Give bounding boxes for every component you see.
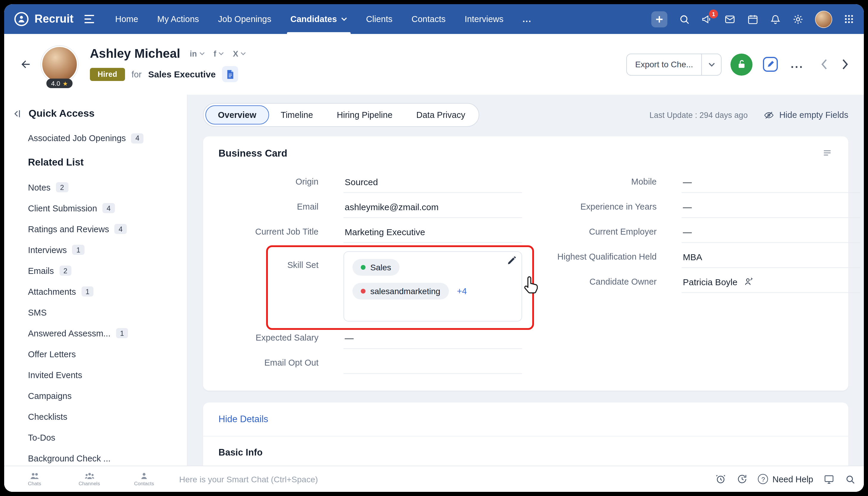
sidebar-item-checklists[interactable]: Checklists xyxy=(4,406,187,427)
gear-icon[interactable] xyxy=(792,13,804,25)
sidebar-item-notes[interactable]: Notes2 xyxy=(4,177,187,198)
export-button[interactable]: Export to Che... xyxy=(626,53,722,75)
skill-chip[interactable]: salesandmarketing xyxy=(352,283,448,299)
field-value[interactable]: — xyxy=(682,198,860,218)
sidebar-item-sms[interactable]: SMS xyxy=(4,302,187,323)
business-card-right-column: Mobile — Experience in Years — Current E… xyxy=(543,173,860,379)
more-actions-icon[interactable]: ... xyxy=(788,58,806,71)
field-value[interactable]: — xyxy=(682,173,860,193)
field-value[interactable]: MBA xyxy=(682,248,860,268)
field-value[interactable]: — xyxy=(682,223,860,243)
skill-dot xyxy=(361,265,365,270)
skill-set-editor[interactable]: Sales salesandmarketing +4 xyxy=(344,251,522,322)
back-arrow-icon[interactable] xyxy=(20,58,33,70)
top-navbar: Recruit Home My Actions Job Openings Can… xyxy=(4,4,864,34)
chats-button[interactable]: Chats xyxy=(17,472,52,486)
status-badge[interactable]: Hired xyxy=(90,67,125,81)
sidebar-item-ratings-reviews[interactable]: Ratings and Reviews4 xyxy=(4,218,187,239)
hamburger-menu-icon[interactable] xyxy=(84,15,95,23)
count-badge: 4 xyxy=(102,203,115,213)
need-help-button[interactable]: ? Need Help xyxy=(758,474,813,484)
linkedin-icon[interactable]: in xyxy=(190,49,205,58)
add-new-button[interactable] xyxy=(651,11,667,27)
nav-item-home[interactable]: Home xyxy=(106,4,148,34)
hide-details-link[interactable]: Hide Details xyxy=(203,403,848,436)
calendar-icon[interactable] xyxy=(747,13,758,25)
user-avatar[interactable] xyxy=(815,11,832,28)
sidebar-item-emails[interactable]: Emails2 xyxy=(4,260,187,281)
sidebar-item-answered-assessments[interactable]: Answered Assessm...1 xyxy=(4,323,187,344)
skill-chip[interactable]: Sales xyxy=(352,259,399,276)
field-value[interactable]: Sourced xyxy=(344,173,522,193)
organize-fields-icon[interactable] xyxy=(822,148,833,158)
count-badge: 1 xyxy=(72,245,84,255)
bell-icon[interactable] xyxy=(770,13,781,25)
smart-chat-input[interactable]: Here is your Smart Chat (Ctrl+Space) xyxy=(179,474,715,484)
nav-items: Home My Actions Job Openings Candidates … xyxy=(106,4,541,34)
export-dropdown-icon[interactable] xyxy=(701,54,721,75)
mail-icon[interactable] xyxy=(724,13,736,25)
nav-item-job-openings[interactable]: Job Openings xyxy=(209,4,281,34)
sidebar-item-client-submission[interactable]: Client Submission4 xyxy=(4,198,187,218)
next-record-icon[interactable] xyxy=(842,59,848,70)
sidebar-item-to-dos[interactable]: To-Dos xyxy=(4,427,187,448)
previous-record-icon[interactable] xyxy=(821,59,827,70)
navbar-actions: 1 xyxy=(651,11,854,28)
for-text: for xyxy=(131,69,142,79)
facebook-icon[interactable]: f xyxy=(214,49,224,58)
announcements-icon[interactable]: 1 xyxy=(701,13,713,25)
screen-share-icon[interactable] xyxy=(823,474,835,484)
nav-item-my-actions[interactable]: My Actions xyxy=(148,4,208,34)
chat-search-icon[interactable] xyxy=(845,474,855,484)
chevron-down-icon xyxy=(199,52,205,56)
nav-item-clients[interactable]: Clients xyxy=(357,4,402,34)
tab-overview[interactable]: Overview xyxy=(205,105,269,124)
contacts-button[interactable]: Contacts xyxy=(127,472,161,486)
app-window: Recruit Home My Actions Job Openings Can… xyxy=(4,4,864,492)
field-experience-years: Experience in Years — xyxy=(543,198,860,218)
history-icon[interactable] xyxy=(737,474,748,485)
apps-grid-icon[interactable] xyxy=(843,14,854,25)
tab-data-privacy[interactable]: Data Privacy xyxy=(405,105,477,124)
star-icon: ★ xyxy=(63,80,68,87)
bottom-chat-bar: Chats Channels Contacts Here is your Sma… xyxy=(4,466,864,492)
edit-record-icon[interactable] xyxy=(761,56,779,73)
quick-access-title: Quick Access xyxy=(29,108,95,120)
main-content: Overview Timeline Hiring Pipeline Data P… xyxy=(188,95,864,492)
channels-button[interactable]: Channels xyxy=(72,472,107,486)
sidebar-item-campaigns[interactable]: Campaigns xyxy=(4,385,187,406)
sidebar-item-invited-events[interactable]: Invited Events xyxy=(4,365,187,385)
edit-skills-pencil-icon[interactable] xyxy=(507,256,516,265)
resume-icon[interactable] xyxy=(222,66,238,82)
sidebar-item-offer-letters[interactable]: Offer Letters xyxy=(4,344,187,365)
field-value[interactable] xyxy=(344,354,522,374)
detail-tabs: Overview Timeline Hiring Pipeline Data P… xyxy=(203,103,479,127)
nav-item-candidates[interactable]: Candidates xyxy=(281,4,357,34)
field-value[interactable]: ashleymike@zmail.com xyxy=(344,198,522,218)
sidebar-item-attachments[interactable]: Attachments1 xyxy=(4,281,187,302)
nav-item-contacts[interactable]: Contacts xyxy=(402,4,455,34)
nav-item-interviews[interactable]: Interviews xyxy=(455,4,513,34)
candidate-avatar[interactable]: 4.0 ★ xyxy=(41,46,78,83)
field-value[interactable]: — xyxy=(344,329,522,349)
more-skills-link[interactable]: +4 xyxy=(457,286,467,296)
nav-more-menu[interactable]: ... xyxy=(513,4,541,34)
hide-empty-fields-toggle[interactable]: Hide empty Fields xyxy=(763,110,848,120)
sidebar-item-interviews[interactable]: Interviews1 xyxy=(4,239,187,260)
tab-hiring-pipeline[interactable]: Hiring Pipeline xyxy=(325,105,405,124)
brand[interactable]: Recruit xyxy=(14,11,74,27)
unlock-icon[interactable] xyxy=(730,53,753,75)
applied-job-title[interactable]: Sales Executive xyxy=(148,69,216,79)
field-value[interactable]: Marketing Executive xyxy=(344,223,522,243)
collapse-sidebar-icon[interactable] xyxy=(13,110,21,118)
reminder-icon[interactable] xyxy=(715,474,727,485)
sidebar-item-associated-job-openings[interactable]: Associated Job Openings 4 xyxy=(4,131,187,145)
count-badge: 2 xyxy=(56,182,68,192)
field-value[interactable]: Patricia Boyle xyxy=(682,273,860,293)
tab-timeline[interactable]: Timeline xyxy=(269,105,325,124)
field-current-employer: Current Employer — xyxy=(543,223,860,243)
x-twitter-icon[interactable]: X xyxy=(233,49,246,58)
change-owner-icon[interactable] xyxy=(743,277,753,286)
search-icon[interactable] xyxy=(679,13,690,25)
field-email-opt-out: Email Opt Out xyxy=(205,354,522,374)
